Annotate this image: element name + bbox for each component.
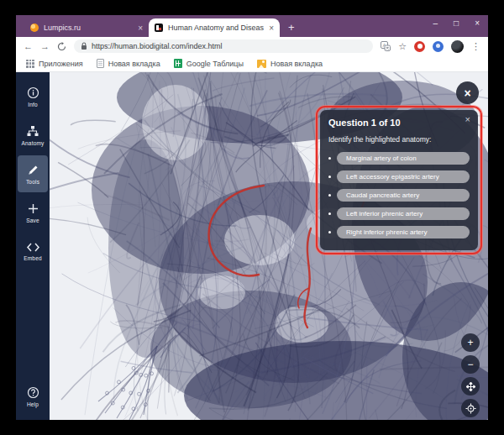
bullet-dot-icon	[328, 176, 331, 178]
biodigital-sidebar: Info Anatomy Tools Save Embed	[16, 72, 50, 420]
bookmark-label: Новая вкладка	[270, 60, 323, 68]
quiz-prompt: Identify the highlighted anatomy:	[328, 135, 470, 144]
quiz-option-row: Left accessory epigastric artery	[328, 170, 470, 183]
browser-window: Lumpics.ru × Human Anatomy and Disease i…	[16, 15, 488, 420]
sidebar-item-label: Save	[26, 218, 39, 223]
bullet-dot-icon	[328, 231, 331, 233]
anatomy-viewer: × Question 1 of 10 × Identify the highli…	[50, 72, 488, 420]
screenshot-frame: Lumpics.ru × Human Anatomy and Disease i…	[0, 0, 504, 435]
reload-icon[interactable]	[57, 42, 66, 51]
close-window-button[interactable]: ×	[475, 19, 480, 28]
code-icon	[26, 242, 40, 253]
zoom-out-button[interactable]: −	[461, 355, 480, 374]
sheets-icon	[174, 59, 182, 68]
minimize-button[interactable]: –	[433, 19, 438, 28]
bookmarks-bar: Приложения Новая вкладка Google Таблицы …	[16, 55, 488, 72]
bookmark-label: Новая вкладка	[108, 60, 160, 68]
sidebar-item-label: Tools	[26, 179, 39, 185]
sidebar-item-help[interactable]: Help	[18, 378, 48, 415]
quiz-option-row: Right inferior phrenic artery	[328, 226, 470, 238]
quiz-options: Marginal artery of colon Left accessory …	[328, 152, 470, 238]
quiz-close-icon[interactable]: ×	[465, 115, 470, 124]
bookmark-newtab-1[interactable]: Новая вкладка	[97, 59, 160, 68]
addressbar-actions: A ☆ ⋮	[381, 40, 480, 53]
tab-title: Lumpics.ru	[44, 24, 133, 32]
lumpics-favicon-icon	[30, 24, 39, 32]
sidebar-item-label: Embed	[24, 255, 42, 261]
pan-button[interactable]	[461, 377, 480, 396]
window-controls: – □ ×	[433, 19, 480, 28]
quiz-option-row: Caudal pancreatic artery	[328, 189, 470, 202]
tab-close-icon[interactable]: ×	[138, 24, 143, 33]
omnibox[interactable]: https://human.biodigital.com/index.html	[74, 39, 373, 53]
bullet-dot-icon	[328, 212, 331, 215]
quiz-option-button[interactable]: Right inferior phrenic artery	[337, 226, 470, 238]
back-button[interactable]: ←	[24, 42, 33, 51]
profile-avatar[interactable]	[451, 40, 464, 53]
viewer-close-button[interactable]: ×	[456, 81, 479, 104]
bookmark-apps[interactable]: Приложения	[26, 60, 83, 68]
quiz-panel: Question 1 of 10 × Identify the highligh…	[320, 110, 478, 250]
apps-grid-icon	[26, 60, 34, 68]
question-icon	[27, 386, 39, 399]
new-tab-button[interactable]: +	[288, 22, 295, 33]
extension-blue-icon[interactable]	[433, 41, 444, 52]
translate-icon[interactable]: A	[381, 41, 391, 51]
tab-strip: Lumpics.ru × Human Anatomy and Disease i…	[16, 15, 488, 37]
image-icon	[257, 60, 266, 68]
bullet-dot-icon	[328, 157, 331, 160]
quiz-option-button[interactable]: Left inferior phrenic artery	[337, 207, 470, 220]
chrome-menu-icon[interactable]: ⋮	[471, 42, 480, 51]
tab-lumpics[interactable]: Lumpics.ru ×	[24, 18, 149, 37]
tab-biodigital[interactable]: Human Anatomy and Disease in ×	[149, 18, 280, 37]
quiz-option-button[interactable]: Marginal artery of colon	[337, 152, 470, 165]
page-content: Info Anatomy Tools Save Embed	[16, 72, 488, 420]
sidebar-item-label: Help	[27, 401, 39, 407]
plus-icon	[27, 202, 39, 215]
bookmark-google-sheets[interactable]: Google Таблицы	[174, 59, 244, 68]
anatomy-tree-icon	[26, 125, 39, 138]
target-icon	[465, 403, 476, 414]
pencil-icon	[27, 164, 39, 176]
bookmark-label: Google Таблицы	[186, 60, 244, 68]
quiz-title: Question 1 of 10	[328, 118, 470, 128]
forward-button[interactable]: →	[40, 42, 50, 51]
url-text: https://human.biodigital.com/index.html	[92, 42, 223, 50]
quiz-option-button[interactable]: Left accessory epigastric artery	[337, 170, 470, 183]
address-bar: ← → https://human.biodigital.com/index.h…	[16, 37, 488, 55]
sidebar-item-save[interactable]: Save	[18, 194, 48, 231]
bookmark-newtab-2[interactable]: Новая вкладка	[257, 60, 323, 68]
bookmark-star-icon[interactable]: ☆	[398, 42, 407, 51]
extension-red-icon[interactable]	[414, 41, 425, 52]
pan-arrows-icon	[465, 381, 476, 392]
tab-title: Human Anatomy and Disease in	[168, 24, 264, 32]
lock-icon	[81, 42, 87, 50]
sidebar-item-tools[interactable]: Tools	[18, 155, 48, 192]
quiz-option-row: Left inferior phrenic artery	[328, 207, 470, 220]
sidebar-item-embed[interactable]: Embed	[18, 233, 48, 270]
bullet-dot-icon	[328, 194, 331, 197]
bookmark-label: Приложения	[39, 60, 83, 68]
biodigital-favicon-icon	[155, 24, 163, 32]
info-icon	[27, 86, 39, 99]
center-view-button[interactable]	[461, 399, 480, 417]
quiz-option-button[interactable]: Caudal pancreatic artery	[337, 189, 470, 202]
sidebar-item-label: Info	[28, 102, 38, 107]
quiz-option-row: Marginal artery of colon	[328, 152, 470, 165]
viewer-controls: + −	[461, 333, 480, 417]
sidebar-item-anatomy[interactable]: Anatomy	[18, 117, 48, 154]
page-icon	[97, 59, 104, 68]
maximize-button[interactable]: □	[454, 19, 459, 28]
sidebar-item-label: Anatomy	[21, 140, 44, 146]
tab-close-icon[interactable]: ×	[269, 24, 274, 33]
zoom-in-button[interactable]: +	[461, 333, 480, 352]
sidebar-item-info[interactable]: Info	[18, 78, 48, 115]
